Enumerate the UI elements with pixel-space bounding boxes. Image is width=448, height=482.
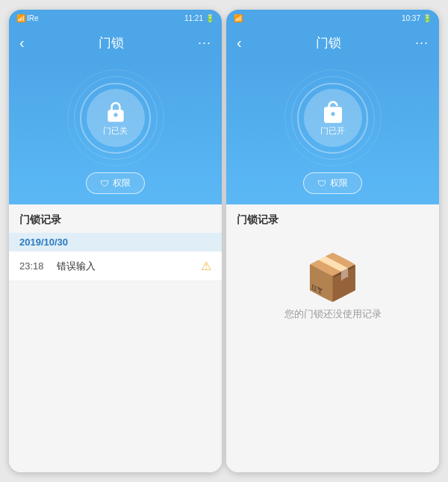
left-status-bar: 📶 IRe 11:21 🔋 bbox=[9, 10, 222, 26]
empty-records-state: 📦 您的门锁还没使用记录 bbox=[226, 233, 439, 343]
right-battery-icon: 🔋 bbox=[423, 14, 432, 22]
right-lock-status: 门已开 bbox=[320, 125, 345, 137]
record-desc: 错误输入 bbox=[57, 260, 201, 273]
right-lock-circle[interactable]: 门已开 bbox=[297, 83, 368, 154]
left-lock-icon bbox=[104, 100, 128, 124]
right-lock-icon bbox=[321, 100, 345, 124]
left-permission-button[interactable]: 🛡 权限 bbox=[86, 172, 145, 194]
left-status-left: 📶 IRe bbox=[16, 14, 39, 22]
table-row: 23:18 错误输入 ⚠ bbox=[9, 251, 222, 281]
left-permission-label: 权限 bbox=[113, 177, 131, 190]
right-permission-label: 权限 bbox=[330, 177, 348, 190]
right-lock-circle-inner: 门已开 bbox=[304, 89, 362, 147]
right-permission-icon: 🛡 bbox=[317, 178, 326, 189]
right-status-left: 📶 bbox=[234, 14, 243, 22]
empty-records-icon: 📦 bbox=[305, 255, 361, 300]
left-lock-status: 门已关 bbox=[103, 125, 128, 137]
left-more-button[interactable]: ··· bbox=[198, 35, 211, 51]
right-status-right: 10:37 🔋 bbox=[402, 14, 432, 22]
right-signal-icon: 📶 bbox=[234, 14, 243, 22]
left-permission-icon: 🛡 bbox=[100, 178, 109, 189]
right-status-bar: 📶 10:37 🔋 bbox=[226, 10, 439, 26]
left-header: ‹ 门锁 ··· bbox=[9, 26, 222, 59]
right-page-title: 门锁 bbox=[316, 34, 341, 51]
left-lock-area: 门已关 🛡 权限 bbox=[9, 59, 222, 204]
warning-icon: ⚠ bbox=[201, 259, 211, 273]
empty-records-text: 您的门锁还没使用记录 bbox=[284, 307, 382, 321]
left-lock-circle[interactable]: 门已关 bbox=[80, 83, 151, 154]
right-back-button[interactable]: ‹ bbox=[237, 34, 242, 51]
left-phone: 📶 IRe 11:21 🔋 ‹ 门锁 ··· 门已关 bbox=[9, 10, 222, 472]
network-text: IRe bbox=[27, 14, 39, 22]
left-records-title: 门锁记录 bbox=[9, 204, 222, 233]
right-records-area: 门锁记录 📦 您的门锁还没使用记录 bbox=[226, 204, 439, 472]
left-lock-circle-inner: 门已关 bbox=[87, 89, 145, 147]
signal-text: 📶 bbox=[16, 14, 25, 22]
left-page-title: 门锁 bbox=[99, 34, 124, 51]
right-more-button[interactable]: ··· bbox=[415, 35, 429, 51]
right-permission-button[interactable]: 🛡 权限 bbox=[303, 172, 362, 194]
left-time: 11:21 bbox=[184, 14, 203, 22]
left-status-right: 11:21 🔋 bbox=[184, 14, 214, 22]
battery-icon: 🔋 bbox=[205, 14, 214, 22]
left-records-area: 门锁记录 2019/10/30 23:18 错误输入 ⚠ bbox=[9, 204, 222, 472]
right-lock-area: 门已开 🛡 权限 bbox=[226, 59, 439, 204]
right-header: ‹ 门锁 ··· bbox=[226, 26, 439, 59]
right-phone: 📶 10:37 🔋 ‹ 门锁 ··· 门已开 bbox=[226, 10, 439, 472]
left-date-header: 2019/10/30 bbox=[9, 233, 222, 251]
right-records-title: 门锁记录 bbox=[226, 204, 439, 233]
left-back-button[interactable]: ‹ bbox=[19, 34, 25, 51]
record-time: 23:18 bbox=[19, 260, 51, 272]
right-time: 10:37 bbox=[402, 14, 420, 22]
